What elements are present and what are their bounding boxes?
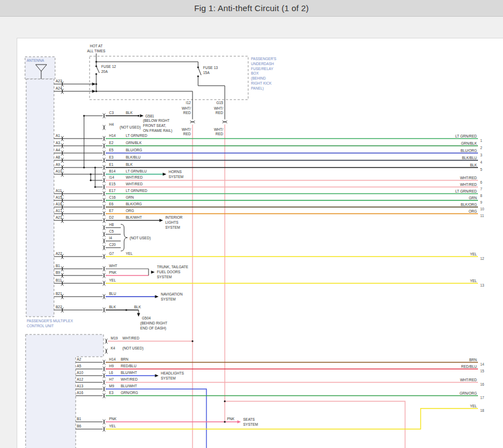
- svg-text:B9: B9: [56, 270, 60, 274]
- svg-text:BLK/BLU: BLK/BLU: [462, 156, 477, 160]
- svg-text:WHT: WHT: [109, 264, 117, 268]
- svg-text:BOX: BOX: [251, 71, 259, 75]
- svg-text:A16: A16: [56, 202, 62, 206]
- svg-text:E7: E7: [109, 209, 114, 213]
- svg-text:WHT/: WHT/: [181, 106, 191, 110]
- svg-text:A24: A24: [56, 86, 62, 90]
- svg-text:FUEL DOORS: FUEL DOORS: [157, 270, 181, 274]
- svg-text:GRN/BLK: GRN/BLK: [461, 141, 477, 145]
- row-lower-M19: M19WHT/RED: [105, 336, 194, 343]
- svg-text:L6: L6: [109, 371, 114, 375]
- svg-text:I12: I12: [186, 101, 191, 105]
- row-C3: C3BLKG581(BELOW RIGHTFRONT SEAT,ON FRAME…: [103, 111, 172, 133]
- row-D2: A21D2BLK/WHTINTERIORLIGHTSSYSTEM: [54, 215, 183, 229]
- svg-text:WHT/: WHT/: [181, 127, 191, 131]
- svg-text:A21: A21: [56, 215, 62, 219]
- svg-text:GRN/ORG: GRN/ORG: [460, 391, 477, 395]
- row-lower-B6: B6YELYEL18: [76, 404, 485, 432]
- svg-text:WHT/RED: WHT/RED: [126, 175, 143, 179]
- svg-text:1: 1: [480, 139, 482, 142]
- internal-buses: [83, 115, 102, 188]
- svg-text:M9: M9: [109, 384, 114, 388]
- row-B22: B22BLKBLKG504(BEHIND RIGHTEND OF DASH): [54, 305, 167, 331]
- svg-text:GRN/BLK: GRN/BLK: [126, 141, 142, 145]
- svg-text:20A: 20A: [101, 70, 108, 73]
- svg-text:YEL: YEL: [109, 424, 116, 428]
- svg-text:LT GRN/RED: LT GRN/RED: [126, 189, 147, 193]
- row-E17: A11E17LT GRN/REDLT GRN/RED8: [54, 189, 482, 198]
- svg-text:E15: E15: [109, 182, 116, 186]
- svg-text:RED: RED: [183, 111, 191, 115]
- svg-text:PNK: PNK: [109, 417, 117, 421]
- svg-text:C5: C5: [109, 229, 114, 233]
- svg-text:PASSENGER'S: PASSENGER'S: [251, 57, 277, 61]
- svg-text:A11: A11: [56, 189, 62, 193]
- antenna: ANTENNA: [25, 57, 55, 79]
- svg-text:A22: A22: [56, 252, 62, 255]
- svg-text:B14: B14: [109, 169, 116, 173]
- svg-text:I14: I14: [109, 175, 114, 179]
- svg-text:BLU/ORG: BLU/ORG: [461, 149, 477, 152]
- svg-text:YEL: YEL: [109, 278, 116, 282]
- row-E3: A8E3BLK/BLUBLK/BLU4: [54, 155, 482, 164]
- svg-text:A3: A3: [56, 141, 60, 145]
- svg-text:G15: G15: [216, 101, 224, 105]
- svg-text:BRN: BRN: [121, 357, 129, 361]
- svg-text:H9: H9: [109, 364, 114, 368]
- svg-text:WHT/: WHT/: [214, 127, 223, 131]
- diagram-canvas: PASSENGER'SUNDERDASHFUSE/RELAYBOX(BEHIND…: [17, 38, 503, 448]
- svg-text:SYSTEM: SYSTEM: [157, 275, 172, 279]
- svg-text:BLK: BLK: [109, 305, 116, 309]
- svg-text:A1: A1: [56, 134, 60, 137]
- svg-text:11: 11: [480, 214, 484, 218]
- row-lower-M9: A13M9BLU/WHT: [76, 384, 206, 448]
- svg-text:ORG: ORG: [126, 209, 134, 213]
- svg-text:BLU: BLU: [109, 292, 116, 296]
- svg-text:RIGHT KICK: RIGHT KICK: [251, 81, 272, 85]
- svg-text:E1: E1: [109, 163, 114, 166]
- svg-text:RED: RED: [183, 132, 191, 136]
- svg-text:WHT/RED: WHT/RED: [460, 378, 477, 382]
- svg-text:I4: I4: [109, 236, 112, 240]
- svg-text:3: 3: [480, 153, 482, 157]
- svg-text:E3: E3: [109, 391, 114, 395]
- svg-text:G581: G581: [145, 114, 154, 118]
- svg-text:BLK/WHT: BLK/WHT: [126, 215, 142, 219]
- svg-text:BLK: BLK: [126, 111, 133, 115]
- svg-text:WHT/RED: WHT/RED: [121, 377, 138, 381]
- svg-text:HORNS: HORNS: [169, 170, 182, 174]
- svg-text:7: 7: [480, 187, 482, 191]
- svg-text:SYSTEM: SYSTEM: [169, 175, 184, 179]
- svg-text:BLK/BLU: BLK/BLU: [126, 155, 141, 159]
- row-C20: C20: [103, 243, 121, 250]
- svg-text:H14: H14: [109, 357, 116, 361]
- svg-text:SEATS: SEATS: [243, 417, 255, 421]
- row-lower-B1: B1PNKPNKSEATSSYSTEM: [76, 417, 258, 426]
- svg-text:SYSTEM: SYSTEM: [161, 297, 176, 301]
- svg-text:C20: C20: [109, 243, 116, 247]
- svg-text:HOT AT: HOT AT: [90, 44, 103, 48]
- svg-text:SYSTEM: SYSTEM: [161, 376, 176, 380]
- svg-text:12: 12: [480, 257, 485, 260]
- row-lower-H14: A2H14BRNBRN14: [76, 357, 485, 366]
- row-B21: B21BLUNAVIGATIONSYSTEM: [54, 292, 183, 301]
- svg-text:B22: B22: [56, 305, 62, 309]
- svg-text:H14: H14: [109, 134, 116, 137]
- svg-text:18: 18: [480, 408, 485, 412]
- svg-text:E6: E6: [109, 202, 114, 206]
- svg-text:5: 5: [480, 168, 482, 171]
- svg-text:K4: K4: [111, 346, 115, 350]
- svg-text:A10: A10: [56, 169, 62, 173]
- svg-text:B11: B11: [56, 278, 62, 282]
- row-E6: A16E6BLK/ORGBLK/ORG10: [54, 202, 485, 211]
- svg-text:INTERIOR: INTERIOR: [165, 215, 183, 219]
- not-used-group: (NOT USED): [121, 224, 151, 251]
- svg-text:9: 9: [480, 200, 482, 204]
- svg-text:E5: E5: [109, 148, 114, 152]
- svg-text:BLU/WHT: BLU/WHT: [121, 371, 137, 375]
- svg-text:RED: RED: [215, 111, 223, 115]
- svg-text:8: 8: [480, 194, 482, 198]
- row-G7: A22G7YELYEL12: [54, 252, 485, 260]
- svg-text:B6: B6: [77, 424, 81, 428]
- svg-text:BLK: BLK: [134, 305, 141, 309]
